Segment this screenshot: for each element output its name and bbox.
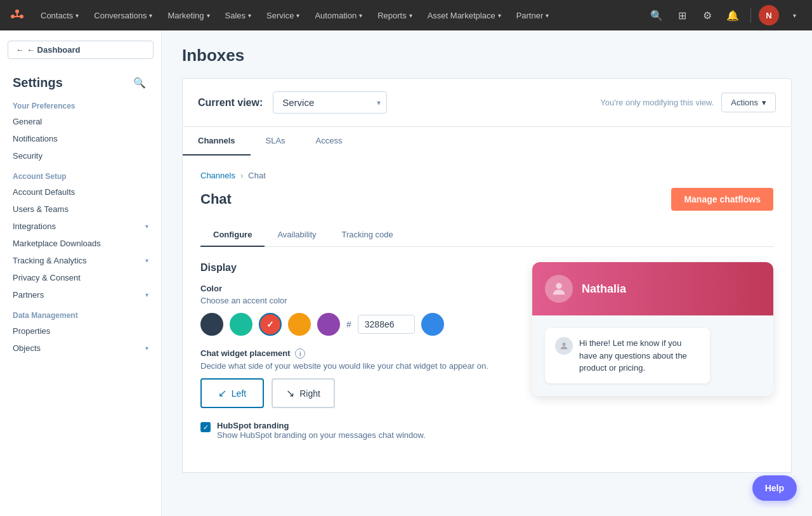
breadcrumb-current: Chat bbox=[248, 171, 265, 180]
help-button[interactable]: Help bbox=[752, 475, 797, 501]
sub-tab-availability[interactable]: Availability bbox=[265, 223, 329, 247]
actions-button[interactable]: Actions ▾ bbox=[721, 93, 776, 112]
marketplace-icon[interactable]: ⊞ bbox=[672, 5, 692, 25]
back-arrow-icon: ← bbox=[16, 45, 24, 55]
chevron-down-icon: ▾ bbox=[498, 12, 501, 19]
sidebar-item-tracking-analytics[interactable]: Tracking & Analytics ▾ bbox=[0, 252, 161, 269]
color-desc: Choose an accent color bbox=[200, 296, 507, 305]
breadcrumb-channels[interactable]: Channels bbox=[200, 171, 235, 180]
nav-sales[interactable]: Sales ▾ bbox=[219, 8, 258, 23]
swatch-red[interactable] bbox=[259, 313, 282, 336]
chat-header: Chat Manage chatflows bbox=[200, 188, 773, 211]
configure-layout: Display Color Choose an accent color # bbox=[200, 262, 773, 440]
top-navigation: Contacts ▾ Conversations ▾ Marketing ▾ S… bbox=[0, 0, 812, 30]
section-data-management: Data Management bbox=[0, 303, 161, 322]
chat-preview-header: Nathalia bbox=[532, 262, 773, 315]
sidebar-item-security[interactable]: Security bbox=[0, 147, 161, 164]
color-preview-swatch[interactable] bbox=[421, 313, 444, 336]
branding-checkbox[interactable] bbox=[200, 422, 211, 432]
sidebar-title: Settings bbox=[13, 76, 63, 90]
sidebar-search-icon[interactable]: 🔍 bbox=[131, 74, 148, 91]
placement-desc: Decide what side of your website you wou… bbox=[200, 361, 507, 371]
actions-chevron-icon: ▾ bbox=[762, 98, 766, 107]
modifying-note: You're only modifying this view. bbox=[600, 98, 714, 107]
chat-bubble: Hi there! Let me know if you have any qu… bbox=[545, 328, 710, 383]
hubspot-logo[interactable] bbox=[8, 6, 27, 25]
bubble-avatar bbox=[555, 337, 573, 355]
dashboard-button[interactable]: ← ← Dashboard bbox=[8, 41, 154, 59]
placement-left-icon: ↙ bbox=[218, 387, 226, 399]
chat-title: Chat bbox=[200, 191, 232, 208]
color-label: Color bbox=[200, 284, 507, 293]
notifications-icon[interactable]: 🔔 bbox=[723, 5, 743, 25]
chevron-icon: ▾ bbox=[145, 345, 148, 352]
sidebar-item-general[interactable]: General bbox=[0, 113, 161, 130]
chevron-down-icon: ▾ bbox=[248, 12, 251, 19]
inbox-tabs: Channels SLAs Access bbox=[182, 127, 792, 155]
breadcrumb-separator: › bbox=[240, 171, 243, 180]
sub-tab-configure[interactable]: Configure bbox=[200, 223, 265, 247]
sidebar-item-notifications[interactable]: Notifications bbox=[0, 130, 161, 147]
nav-partner[interactable]: Partner ▾ bbox=[510, 8, 556, 23]
color-hash-symbol: # bbox=[346, 319, 351, 329]
nav-service[interactable]: Service ▾ bbox=[260, 8, 306, 23]
sidebar-item-properties[interactable]: Properties bbox=[0, 322, 161, 340]
user-avatar[interactable]: N bbox=[759, 5, 779, 25]
color-swatches-row: # bbox=[200, 313, 507, 336]
swatch-orange[interactable] bbox=[288, 313, 311, 336]
placement-right-icon: ↘ bbox=[286, 387, 294, 399]
svg-point-6 bbox=[556, 283, 561, 289]
branding-text: HubSpot branding Show HubSpot branding o… bbox=[217, 421, 426, 440]
preview-agent-name: Nathalia bbox=[582, 282, 626, 296]
sidebar-item-users-teams[interactable]: Users & Teams bbox=[0, 201, 161, 218]
chevron-down-icon: ▾ bbox=[359, 12, 362, 19]
current-view-card: Current view: Service Sales Support ▾ Yo… bbox=[182, 78, 792, 127]
branding-row: HubSpot branding Show HubSpot branding o… bbox=[200, 421, 507, 440]
sidebar: ← ← Dashboard Settings 🔍 Your Preference… bbox=[0, 30, 162, 516]
configure-left: Display Color Choose an accent color # bbox=[200, 262, 507, 440]
chevron-down-icon: ▾ bbox=[296, 12, 299, 19]
placement-options: ↙ Left ↘ Right bbox=[200, 378, 507, 408]
account-chevron-icon[interactable]: ▾ bbox=[784, 5, 804, 25]
sidebar-header: Settings 🔍 bbox=[0, 69, 161, 94]
chat-bubble-text: Hi there! Let me know if you have any qu… bbox=[579, 337, 700, 374]
tab-slas[interactable]: SLAs bbox=[251, 127, 301, 155]
sidebar-item-account-defaults[interactable]: Account Defaults bbox=[0, 183, 161, 201]
sidebar-item-integrations[interactable]: Integrations ▾ bbox=[0, 218, 161, 235]
tab-access[interactable]: Access bbox=[301, 127, 358, 155]
nav-contacts[interactable]: Contacts ▾ bbox=[34, 8, 85, 23]
svg-point-7 bbox=[562, 343, 565, 346]
placement-right-button[interactable]: ↘ Right bbox=[272, 378, 335, 408]
placement-info-icon[interactable]: i bbox=[295, 348, 305, 359]
swatch-teal[interactable] bbox=[230, 313, 252, 336]
chevron-down-icon: ▾ bbox=[75, 12, 79, 19]
search-icon[interactable]: 🔍 bbox=[646, 5, 667, 25]
nav-marketing[interactable]: Marketing ▾ bbox=[161, 8, 216, 23]
nav-conversations[interactable]: Conversations ▾ bbox=[88, 8, 159, 23]
nav-automation[interactable]: Automation ▾ bbox=[308, 8, 369, 23]
nav-divider bbox=[750, 8, 751, 23]
tab-channels[interactable]: Channels bbox=[183, 127, 251, 155]
dashboard-nav: ← ← Dashboard bbox=[8, 41, 154, 59]
chevron-icon: ▾ bbox=[145, 223, 148, 230]
sidebar-item-marketplace-downloads[interactable]: Marketplace Downloads bbox=[0, 235, 161, 252]
sub-tab-tracking-code[interactable]: Tracking code bbox=[329, 223, 406, 247]
sidebar-item-partners[interactable]: Partners ▾ bbox=[0, 286, 161, 303]
placement-left-button[interactable]: ↙ Left bbox=[200, 378, 264, 408]
swatch-dark-blue[interactable] bbox=[200, 313, 223, 336]
manage-chatflows-button[interactable]: Manage chatflows bbox=[671, 188, 773, 211]
nav-reports[interactable]: Reports ▾ bbox=[371, 8, 419, 23]
content-area: Channels › Chat Chat Manage chatflows Co… bbox=[182, 155, 792, 473]
nav-asset-marketplace[interactable]: Asset Marketplace ▾ bbox=[421, 8, 508, 23]
chevron-down-icon: ▾ bbox=[149, 12, 152, 19]
view-select-wrapper: Service Sales Support ▾ bbox=[273, 91, 387, 114]
sidebar-item-privacy-consent[interactable]: Privacy & Consent bbox=[0, 269, 161, 286]
display-section-title: Display bbox=[200, 262, 507, 274]
color-hex-input[interactable] bbox=[358, 315, 415, 334]
chevron-icon: ▾ bbox=[145, 257, 148, 264]
section-account-setup: Account Setup bbox=[0, 164, 161, 183]
sidebar-item-objects[interactable]: Objects ▾ bbox=[0, 340, 161, 357]
settings-icon[interactable]: ⚙ bbox=[697, 5, 717, 25]
view-select[interactable]: Service Sales Support bbox=[273, 91, 387, 114]
swatch-purple[interactable] bbox=[317, 313, 340, 336]
